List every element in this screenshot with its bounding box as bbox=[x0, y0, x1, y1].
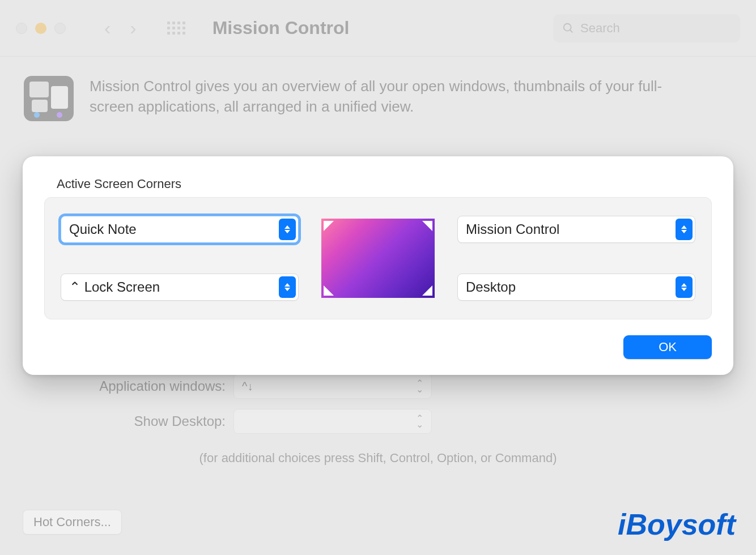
search-icon bbox=[562, 22, 575, 35]
show-all-prefs-button[interactable] bbox=[167, 22, 185, 35]
description-text: Mission Control gives you an overview of… bbox=[90, 76, 690, 117]
corner-bottom-left-select[interactable]: ⌃ Lock Screen bbox=[61, 274, 299, 301]
corner-marker-bottom-right bbox=[422, 285, 432, 296]
stepper-icon bbox=[279, 219, 296, 240]
header-row: Mission Control gives you an overview of… bbox=[24, 76, 732, 121]
label-app-windows: Application windows: bbox=[24, 378, 233, 394]
traffic-lights bbox=[16, 23, 66, 34]
corner-top-left-select[interactable]: Quick Note bbox=[61, 216, 299, 243]
forward-button[interactable]: › bbox=[130, 17, 136, 39]
form-row-show-desktop: Show Desktop: ⌃⌄ bbox=[24, 409, 732, 434]
mission-control-icon bbox=[24, 76, 74, 121]
select-show-desktop[interactable]: ⌃⌄ bbox=[233, 409, 432, 434]
search-field[interactable]: Search bbox=[553, 14, 740, 42]
titlebar: ‹ › Mission Control Search bbox=[0, 0, 756, 57]
screen-preview bbox=[321, 219, 435, 298]
stepper-icon bbox=[676, 276, 693, 298]
form-row-app-windows: Application windows: ^↓ ⌃⌄ bbox=[24, 374, 732, 399]
close-window-button[interactable] bbox=[16, 23, 27, 34]
window-title: Mission Control bbox=[213, 18, 350, 39]
corners-grid: Quick Note Mission Control ⌃ Lock Screen… bbox=[44, 197, 712, 319]
watermark: iBoysoft bbox=[618, 507, 736, 541]
corner-top-left-value: Quick Note bbox=[69, 221, 137, 237]
minimize-window-button[interactable] bbox=[35, 23, 46, 34]
corner-marker-top-right bbox=[422, 221, 432, 231]
hot-corners-button[interactable]: Hot Corners... bbox=[23, 510, 122, 535]
svg-line-1 bbox=[570, 29, 573, 32]
label-show-desktop: Show Desktop: bbox=[24, 413, 233, 429]
corner-marker-top-left bbox=[324, 221, 334, 231]
corner-bottom-right-value: Desktop bbox=[466, 279, 516, 295]
zoom-window-button[interactable] bbox=[54, 23, 66, 34]
stepper-icon: ⌃⌄ bbox=[416, 380, 423, 392]
stepper-icon bbox=[676, 219, 693, 240]
stepper-icon bbox=[279, 276, 296, 298]
corner-top-right-select[interactable]: Mission Control bbox=[457, 216, 695, 243]
search-placeholder: Search bbox=[580, 21, 620, 36]
stepper-icon: ⌃⌄ bbox=[416, 415, 423, 428]
corner-bottom-left-value: ⌃ Lock Screen bbox=[69, 279, 160, 295]
back-button[interactable]: ‹ bbox=[104, 17, 111, 39]
sheet-footer: OK bbox=[44, 335, 712, 359]
hint-text: (for additional choices press Shift, Con… bbox=[24, 451, 732, 466]
corner-bottom-right-select[interactable]: Desktop bbox=[457, 274, 695, 301]
corner-top-right-value: Mission Control bbox=[466, 221, 559, 237]
shortcut-form: Application windows: ^↓ ⌃⌄ Show Desktop:… bbox=[24, 374, 732, 466]
nav-arrows: ‹ › bbox=[104, 17, 137, 39]
select-app-windows[interactable]: ^↓ ⌃⌄ bbox=[233, 374, 432, 399]
prefs-content: Mission Control gives you an overview of… bbox=[0, 57, 756, 157]
hot-corners-sheet: Active Screen Corners Quick Note Mission… bbox=[23, 156, 733, 375]
ok-button[interactable]: OK bbox=[623, 335, 712, 359]
sheet-title: Active Screen Corners bbox=[57, 177, 712, 191]
corner-marker-bottom-left bbox=[324, 285, 334, 296]
svg-point-0 bbox=[564, 23, 571, 31]
preferences-window: ‹ › Mission Control Search Mission Contr… bbox=[0, 0, 756, 555]
